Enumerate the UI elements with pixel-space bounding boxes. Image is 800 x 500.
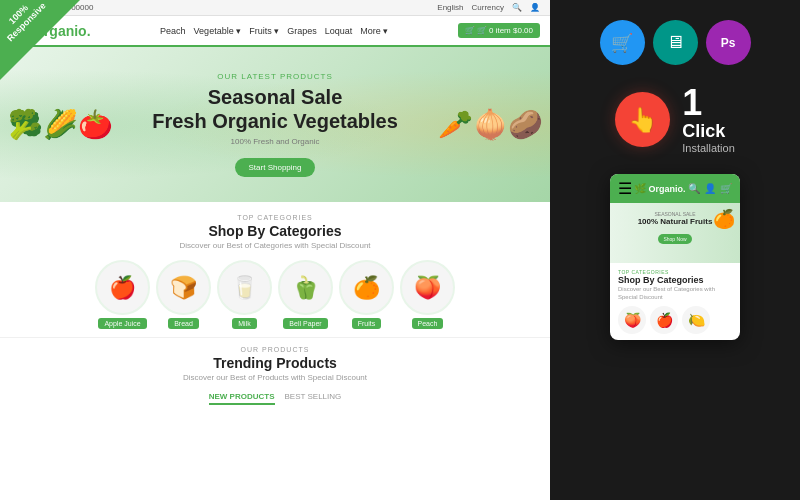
nav-peach[interactable]: Peach [160,26,186,36]
nav-more[interactable]: More ▾ [360,26,388,36]
tab-new-products[interactable]: NEW PRODUCTS [209,392,275,405]
hero-description: 100% Fresh and Organic [20,137,530,146]
fruits-label: Fruits [352,318,382,329]
responsive-badge: 100% Responsive [0,0,80,80]
installation-section: 👆 1 Click Installation [615,85,735,154]
install-text: 1 Click Installation [682,85,735,154]
nav-links: Peach Vegetable ▾ Fruits ▾ Grapes Loquat… [160,26,388,36]
bell-paper-label: Bell Paper [283,318,327,329]
install-sub: Installation [682,142,735,154]
monitor-feature-icon[interactable]: 🖥 [653,20,698,65]
mobile-categories: TOP CATEGORIES Shop By Categories Discov… [610,263,740,340]
category-apple-juice[interactable]: 🍎 Apple Juice [95,260,150,329]
apple-juice-label: Apple Juice [98,318,146,329]
cart-button[interactable]: 🛒 🛒 0 item $0.00 [458,23,540,38]
category-peach[interactable]: 🍑 Peach [400,260,455,329]
mobile-user-icon: 👤 [704,183,716,194]
tab-best-selling[interactable]: BEST SELLING [285,392,342,405]
mobile-cart-icon: 🛒 [720,183,732,194]
hero-title-line1: Seasonal Sale [208,86,343,108]
mobile-cat-lemon: 🍋 [682,306,710,334]
mobile-categories-title: Shop By Categories [618,275,732,286]
hero-subtitle: OUR LATEST PRODUCTS [20,72,530,81]
install-number: 1 [682,85,702,121]
categories-description: Discover our Best of Categories with Spe… [15,241,535,250]
right-panel: 🛒 🖥 Ps 👆 1 Click Installation ☰ 🌿 Organi… [550,0,800,500]
mobile-cat-peach: 🍑 [618,306,646,334]
cart-icon: 🛒 [465,26,475,35]
badge-text: 100% Responsive [0,0,48,44]
nav-vegetable[interactable]: Vegetable ▾ [194,26,242,36]
bell-paper-icon: 🫑 [278,260,333,315]
mobile-hamburger-icon: ☰ [618,179,632,198]
currency-selector[interactable]: Currency [472,3,504,12]
mobile-categories-desc: Discover our Best of Categories with Spe… [618,286,732,302]
website-preview: 100% Responsive Call us: +00-000-00000 E… [0,0,550,500]
trending-description: Discover our Best of Products with Speci… [15,373,535,382]
bread-label: Bread [168,318,199,329]
hero-title-line2: Fresh Organic Vegetables [152,110,398,132]
peach-label: Peach [412,318,444,329]
categories-title: Shop By Categories [15,223,535,239]
mobile-header: ☰ 🌿 Organio. 🔍 👤 🛒 [610,174,740,203]
website-mockup: Call us: +00-000-00000 English Currency … [0,0,550,500]
user-icon[interactable]: 👤 [530,3,540,12]
apple-juice-icon: 🍎 [95,260,150,315]
install-label: Click [682,121,735,142]
hero-title: Seasonal Sale Fresh Organic Vegetables [20,85,530,133]
category-bell-paper[interactable]: 🫑 Bell Paper [278,260,333,329]
fruits-icon: 🍊 [339,260,394,315]
milk-icon: 🥛 [217,260,272,315]
nav-loquat[interactable]: Loquat [325,26,353,36]
language-selector[interactable]: English [437,3,463,12]
nav-bar: 🌿 Organio. Peach Vegetable ▾ Fruits ▾ Gr… [0,16,550,47]
mobile-hero: 🍊 Seasonal Sale 100% Natural Fruits Shop… [610,203,740,263]
hero-section: 🥦🌽🍅 🥕🧅🥔 OUR LATEST PRODUCTS Seasonal Sal… [0,47,550,202]
hero-cta-button[interactable]: Start Shopping [235,158,316,177]
categories-subtitle: TOP CATEGORIES [15,214,535,221]
categories-section: TOP CATEGORIES Shop By Categories Discov… [0,202,550,337]
category-bread[interactable]: 🍞 Bread [156,260,211,329]
milk-label: Milk [232,318,256,329]
feature-icons: 🛒 🖥 Ps [600,20,751,65]
trending-subtitle: OUR PRODUCTS [15,346,535,353]
nav-fruits[interactable]: Fruits ▾ [249,26,279,36]
category-milk[interactable]: 🥛 Milk [217,260,272,329]
mobile-hero-button[interactable]: Shop Now [658,234,691,244]
trending-title: Trending Products [15,355,535,371]
mobile-cat-apple: 🍎 [650,306,678,334]
install-icon: 👆 [615,92,670,147]
category-fruits[interactable]: 🍊 Fruits [339,260,394,329]
search-icon[interactable]: 🔍 [512,3,522,12]
mobile-mockup: ☰ 🌿 Organio. 🔍 👤 🛒 🍊 Seasonal Sale 100% … [610,174,740,340]
mobile-search-icon: 🔍 [688,183,700,194]
categories-grid: 🍎 Apple Juice 🍞 Bread 🥛 Milk 🫑 Bell Pape… [15,260,535,329]
top-bar: Call us: +00-000-00000 English Currency … [0,0,550,16]
photoshop-feature-icon[interactable]: Ps [706,20,751,65]
trending-section: OUR PRODUCTS Trending Products Discover … [0,337,550,413]
nav-grapes[interactable]: Grapes [287,26,317,36]
peach-icon: 🍑 [400,260,455,315]
cart-label: 🛒 0 item $0.00 [477,26,533,35]
mobile-nav-icons: 🔍 👤 🛒 [688,183,732,194]
mobile-categories-items: 🍑 🍎 🍋 [618,306,732,334]
cart-feature-icon[interactable]: 🛒 [600,20,645,65]
mobile-fruit-decoration: 🍊 [713,208,735,230]
mobile-logo: Organio. [648,184,685,194]
bread-icon: 🍞 [156,260,211,315]
